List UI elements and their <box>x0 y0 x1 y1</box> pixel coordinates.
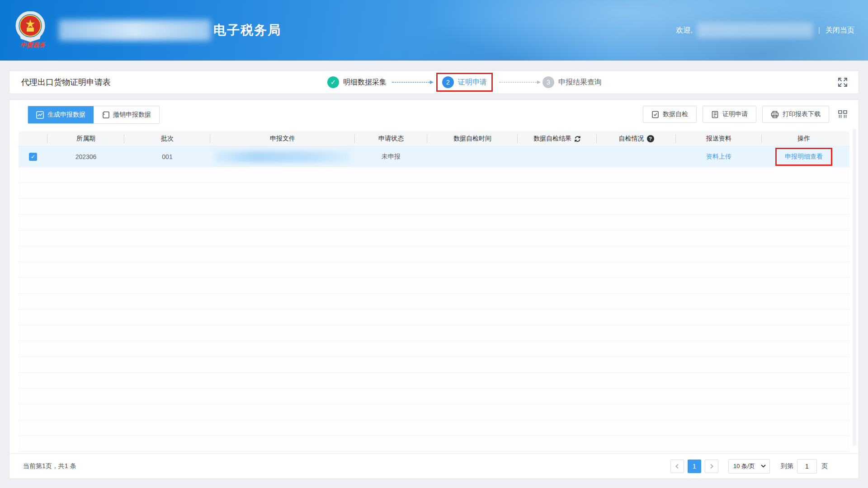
empty-row <box>19 310 849 325</box>
app-title: 电子税务局 <box>213 22 281 39</box>
app-header: 中国税务 电子税务局 欢迎, | 关闭当页 <box>0 0 868 61</box>
empty-row <box>19 167 849 183</box>
declaration-table: 所属期 批次 申报文件 申请状态 数据自检时间 数据自检结果 自检情况 ? 报送… <box>9 131 859 452</box>
brand-area: 中国税务 电子税务局 <box>14 11 281 49</box>
tax-emblem-logo: 中国税务 <box>14 11 52 49</box>
question-icon[interactable]: ? <box>647 135 654 142</box>
empty-row <box>19 230 849 246</box>
col-self-check-condition: 自检情况 ? <box>597 135 676 143</box>
empty-row <box>19 420 849 436</box>
chevron-down-icon <box>761 465 766 468</box>
page-unit-label: 页 <box>821 462 828 470</box>
undo-icon <box>102 111 109 119</box>
steps-wizard: 明细数据采集 2 证明申请 3 申报结果查询 <box>327 71 602 94</box>
column-settings-icon[interactable] <box>838 110 848 119</box>
chevron-left-icon <box>675 464 680 469</box>
data-self-check-button[interactable]: 数据自检 <box>643 106 697 123</box>
revoke-declaration-data-button[interactable]: 撤销申报数据 <box>94 106 159 123</box>
empty-row <box>19 294 849 310</box>
step-done-check-icon <box>327 76 339 88</box>
goto-page-input[interactable] <box>797 459 817 474</box>
col-application-status: 申请状态 <box>355 135 427 143</box>
empty-row <box>19 373 849 389</box>
toolbar: 生成申报数据 撤销申报数据 数据自检 <box>9 100 859 124</box>
empty-row <box>19 357 849 373</box>
col-declaration-file: 申报文件 <box>210 135 355 143</box>
doc-check-icon <box>651 111 659 118</box>
empty-row <box>19 246 849 262</box>
cell-period: 202306 <box>47 153 124 160</box>
table-footer: 当前第1页，共1 条 1 10 条/页 到第 页 <box>9 453 859 479</box>
user-area: 欢迎, | 关闭当页 <box>676 23 854 38</box>
chart-icon <box>36 111 44 119</box>
fullscreen-icon[interactable] <box>838 77 848 87</box>
empty-row <box>19 262 849 278</box>
empty-row <box>19 389 849 404</box>
bureau-name-blurred <box>59 20 211 41</box>
col-batch: 批次 <box>124 135 210 143</box>
header-divider: | <box>818 26 820 34</box>
step-connector-blue <box>392 82 430 83</box>
row-checkbox-checked[interactable] <box>29 153 37 161</box>
step-declaration-result-query[interactable]: 3 申报结果查询 <box>542 74 602 91</box>
current-page-button[interactable]: 1 <box>688 460 701 473</box>
empty-row <box>19 325 849 341</box>
empty-row <box>19 341 849 357</box>
emblem-script-text: 中国税务 <box>14 41 52 49</box>
tax-emblem-icon <box>14 11 47 43</box>
step-label: 明细数据采集 <box>343 78 387 87</box>
step-label: 证明申请 <box>458 78 487 87</box>
table-row: 202306 001 未申报 资料上传 申报明细查看 <box>19 146 849 167</box>
col-self-check-time: 数据自检时间 <box>427 135 518 143</box>
step-label: 申报结果查询 <box>558 78 602 87</box>
pagination-controls: 1 10 条/页 到第 页 <box>670 459 828 474</box>
doc-form-icon <box>711 111 719 118</box>
prev-page-button[interactable] <box>670 460 684 473</box>
certificate-apply-button[interactable]: 证明申请 <box>703 106 756 123</box>
username-blurred <box>697 23 813 38</box>
empty-row <box>19 183 849 199</box>
close-page-link[interactable]: 关闭当页 <box>826 26 854 35</box>
next-page-button[interactable] <box>705 460 718 473</box>
col-submitted-materials: 报送资料 <box>676 135 762 143</box>
goto-page-label: 到第 <box>781 462 793 470</box>
step-certificate-application[interactable]: 2 证明申请 <box>436 73 493 92</box>
cell-batch: 001 <box>124 153 210 160</box>
generate-declaration-data-button[interactable]: 生成申报数据 <box>28 106 94 123</box>
table-header-row: 所属期 批次 申报文件 申请状态 数据自检时间 数据自检结果 自检情况 ? 报送… <box>19 131 849 146</box>
page-title: 代理出口货物证明申请表 <box>21 77 111 88</box>
left-button-group: 生成申报数据 撤销申报数据 <box>28 106 160 124</box>
empty-row <box>19 199 849 215</box>
print-report-download-button[interactable]: 打印报表下载 <box>762 106 829 123</box>
col-operation: 操作 <box>762 135 846 143</box>
right-button-group: 数据自检 证明申请 打印报表下载 <box>643 106 848 123</box>
vertical-scrollbar-track[interactable] <box>853 129 856 446</box>
cell-declaration-file-blurred[interactable] <box>210 151 355 163</box>
view-declaration-detail-link[interactable]: 申报明细查看 <box>785 153 823 161</box>
refresh-icon[interactable] <box>574 136 581 142</box>
empty-row <box>19 278 849 294</box>
step-number-icon: 2 <box>442 76 454 88</box>
col-period: 所属期 <box>47 135 124 143</box>
title-card: 代理出口货物证明申请表 明细数据采集 2 证明申请 3 申报结果查询 <box>9 70 859 94</box>
empty-row <box>19 436 849 452</box>
printer-icon <box>771 111 779 118</box>
pagination-summary: 当前第1页，共1 条 <box>23 462 76 470</box>
chevron-right-icon <box>709 464 714 469</box>
step-number-icon: 3 <box>542 76 554 88</box>
empty-row <box>19 404 849 420</box>
page-size-select[interactable]: 10 条/页 <box>728 459 770 474</box>
file-link-blurred <box>215 151 350 163</box>
annotation-red-box: 申报明细查看 <box>775 148 832 166</box>
materials-upload-link[interactable]: 资料上传 <box>706 153 731 161</box>
cell-status: 未申报 <box>355 153 427 161</box>
step-detail-data-collection[interactable]: 明细数据采集 <box>327 74 387 91</box>
welcome-label: 欢迎, <box>676 26 692 35</box>
col-self-check-result: 数据自检结果 <box>518 135 597 143</box>
empty-row <box>19 215 849 230</box>
content-card: 生成申报数据 撤销申报数据 数据自检 <box>9 99 859 479</box>
step-connector-gray <box>499 82 537 83</box>
